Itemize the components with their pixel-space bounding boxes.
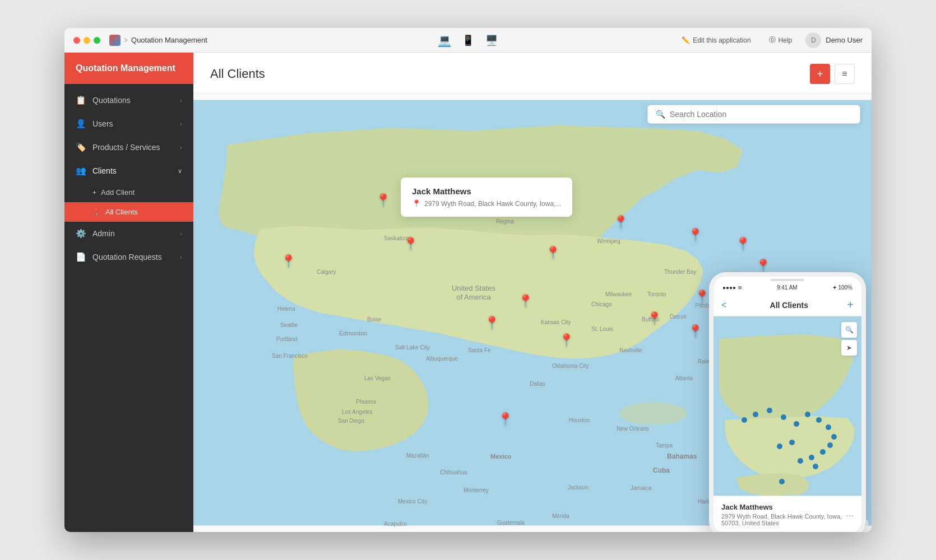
mobile-add-button[interactable]: + bbox=[847, 298, 854, 311]
menu-button[interactable]: ≡ bbox=[835, 64, 855, 84]
svg-point-61 bbox=[742, 417, 747, 423]
svg-point-69 bbox=[831, 434, 837, 440]
svg-point-67 bbox=[816, 417, 822, 423]
avatar: D bbox=[805, 32, 821, 48]
mobile-search-tool[interactable]: 🔍 bbox=[841, 322, 857, 338]
mac-window: > Quotation Management 💻 📱 🖥️ ✏️ Edit th… bbox=[64, 28, 872, 532]
sidebar-item-quotations[interactable]: 📋 Quotations › bbox=[64, 88, 193, 112]
map-pin-12[interactable]: 📍 bbox=[647, 311, 662, 326]
map-pin-6[interactable]: 📍 bbox=[613, 215, 628, 230]
svg-text:Dallas: Dallas bbox=[530, 381, 545, 387]
help-button[interactable]: ⓪ Help bbox=[764, 33, 797, 47]
svg-text:Las Vegas: Las Vegas bbox=[364, 375, 391, 381]
map-pin-3[interactable]: 📍 bbox=[376, 193, 391, 208]
svg-point-72 bbox=[809, 455, 814, 460]
sidebar-item-clients[interactable]: 👥 Clients ∨ bbox=[64, 159, 193, 183]
map-pin-1[interactable]: 📍 bbox=[281, 254, 296, 269]
content-area: All Clients + ≡ bbox=[193, 53, 872, 532]
svg-text:United States: United States bbox=[452, 284, 496, 292]
map-search-bar: 🔍 bbox=[647, 105, 860, 124]
close-button[interactable] bbox=[73, 37, 80, 44]
search-input[interactable] bbox=[670, 110, 852, 119]
map-pin-17[interactable]: 📍 bbox=[498, 412, 513, 427]
mobile-location-tool[interactable]: ➤ bbox=[841, 340, 857, 356]
mobile-client-card: Jack Matthews 2979 Wyth Road, Black Hawk… bbox=[713, 496, 861, 532]
map-pin-9[interactable]: 📍 bbox=[756, 259, 771, 273]
add-client-button[interactable]: + bbox=[810, 64, 830, 84]
app-icon bbox=[109, 35, 121, 46]
sidebar: Quotation Management 📋 Quotations › 👤 Us… bbox=[64, 53, 193, 532]
svg-point-70 bbox=[827, 442, 833, 448]
svg-text:Monterrey: Monterrey bbox=[464, 487, 489, 493]
svg-point-71 bbox=[820, 449, 826, 455]
map-pin-7[interactable]: 📍 bbox=[688, 228, 703, 242]
svg-text:Haiti: Haiti bbox=[698, 498, 709, 505]
monitor-icon[interactable]: 🖥️ bbox=[485, 34, 498, 46]
maximize-button[interactable] bbox=[94, 37, 100, 44]
minimize-button[interactable] bbox=[84, 37, 90, 44]
sidebar-item-users[interactable]: 👤 Users › bbox=[64, 112, 193, 136]
admin-label: Admin bbox=[92, 229, 115, 238]
title-bar: > Quotation Management 💻 📱 🖥️ ✏️ Edit th… bbox=[64, 28, 872, 53]
tablet-icon[interactable]: 📱 bbox=[462, 34, 474, 46]
map-pin-16[interactable]: 📍 bbox=[484, 316, 499, 330]
svg-text:Acapulco: Acapulco bbox=[384, 521, 407, 527]
header-actions: + ≡ bbox=[810, 64, 855, 84]
popup-pin-icon: 📍 bbox=[412, 199, 421, 208]
map-pin-2[interactable]: 📍 bbox=[403, 237, 418, 251]
edit-application-button[interactable]: ✏️ Edit this application bbox=[677, 34, 755, 46]
traffic-lights bbox=[73, 37, 100, 44]
svg-text:Chicago: Chicago bbox=[591, 301, 612, 307]
svg-text:St. Louis: St. Louis bbox=[591, 326, 613, 332]
edit-label: Edit this application bbox=[693, 36, 750, 44]
map-pin-11[interactable]: 📍 bbox=[694, 290, 710, 304]
user-area: D Demo User bbox=[805, 32, 863, 48]
page-title: All Clients bbox=[210, 67, 810, 81]
svg-text:Jamaica: Jamaica bbox=[631, 485, 652, 491]
svg-point-77 bbox=[779, 479, 785, 484]
mobile-status-bar: ●●●● ≋ 9:41 AM ✦ 100% bbox=[713, 281, 861, 294]
users-icon: 👤 bbox=[76, 119, 87, 129]
laptop-icon[interactable]: 💻 bbox=[438, 34, 451, 47]
svg-text:Milwaukee: Milwaukee bbox=[605, 291, 632, 297]
map-pin-15[interactable]: 📍 bbox=[518, 294, 533, 309]
svg-point-75 bbox=[789, 440, 795, 445]
mobile-back-button[interactable]: < bbox=[721, 300, 726, 310]
help-icon: ⓪ bbox=[769, 35, 776, 45]
svg-text:Houston: Houston bbox=[569, 417, 590, 423]
sidebar-item-admin[interactable]: ⚙️ Admin › bbox=[64, 222, 193, 245]
map-popup: Jack Matthews 📍 2979 Wyth Road, Black Ha… bbox=[401, 178, 572, 217]
products-icon: 🏷️ bbox=[76, 142, 87, 152]
map-pin-14[interactable]: 📍 bbox=[559, 333, 574, 348]
device-switcher: 💻 📱 🖥️ bbox=[438, 34, 498, 47]
popup-address-text: 2979 Wyth Road, Black Hawk County, Iowa,… bbox=[424, 200, 561, 208]
svg-text:Helena: Helena bbox=[277, 306, 295, 312]
svg-text:Portland: Portland bbox=[276, 336, 297, 342]
svg-text:Oklahoma City: Oklahoma City bbox=[552, 363, 589, 369]
map-pin-5[interactable]: 📍 bbox=[545, 246, 560, 260]
svg-text:Calgary: Calgary bbox=[317, 269, 336, 275]
svg-text:Boise: Boise bbox=[367, 316, 381, 323]
sidebar-item-add-client[interactable]: + Add Client bbox=[64, 183, 193, 202]
chevron-right-icon: › bbox=[180, 97, 182, 104]
sidebar-item-products[interactable]: 🏷️ Products / Services › bbox=[64, 136, 193, 159]
map-pin-13[interactable]: 📍 bbox=[688, 324, 703, 339]
clients-label: Clients bbox=[92, 166, 117, 175]
quotations-label: Quotations bbox=[92, 96, 131, 105]
svg-text:Edmonton: Edmonton bbox=[339, 330, 367, 337]
svg-text:Phoenix: Phoenix bbox=[356, 399, 376, 405]
svg-text:Bahamas: Bahamas bbox=[667, 452, 697, 460]
mobile-page-title: All Clients bbox=[731, 301, 847, 310]
chevron-right-icon: › bbox=[180, 254, 182, 260]
map-pin-8[interactable]: 📍 bbox=[735, 237, 750, 251]
svg-text:San Francisco: San Francisco bbox=[272, 353, 308, 359]
svg-text:Winnipeg: Winnipeg bbox=[597, 238, 620, 244]
sidebar-item-quotation-requests[interactable]: 📄 Quotation Requests › bbox=[64, 245, 193, 269]
svg-point-63 bbox=[767, 408, 772, 413]
user-name: Demo User bbox=[826, 36, 863, 44]
mobile-card-menu-button[interactable]: ··· bbox=[846, 511, 854, 521]
products-label: Products / Services bbox=[92, 143, 160, 152]
mobile-map: 🔍 ➤ bbox=[713, 316, 861, 496]
sidebar-item-all-clients[interactable]: 📍 All Clients bbox=[64, 202, 193, 222]
mobile-client-name: Jack Matthews bbox=[721, 503, 854, 511]
